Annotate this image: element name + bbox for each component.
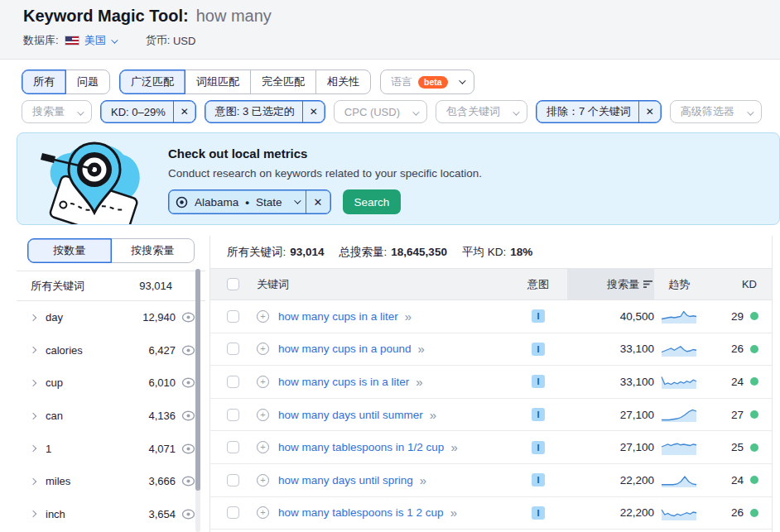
close-icon[interactable]: ✕ xyxy=(306,190,330,213)
row-checkbox[interactable] xyxy=(227,343,239,355)
group-keyword-count: 12,940 xyxy=(132,311,176,324)
kd-status-dot xyxy=(750,443,758,452)
keyword-link[interactable]: how many cups in a pound xyxy=(278,343,412,355)
search-volume-value: 33,100 xyxy=(620,376,654,388)
filter-cpc[interactable]: CPC (USD) xyxy=(334,100,427,123)
filter-include-keywords[interactable]: 包含关键词 xyxy=(436,100,527,123)
tab-related[interactable]: 相关性 xyxy=(315,69,371,94)
sort-by-volume-tab[interactable]: 按搜索量 xyxy=(111,238,195,263)
table-body: + how many cups in a liter » I 40,500 29… xyxy=(210,300,772,530)
filter-exclude-keywords[interactable]: 排除：7 个关键词 ✕ xyxy=(536,100,662,123)
sidebar-keyword-item[interactable]: cup 6,010 xyxy=(17,367,205,400)
group-keyword-label: miles xyxy=(46,475,132,487)
trend-sparkline xyxy=(661,472,697,488)
row-checkbox[interactable] xyxy=(227,310,239,323)
double-chevron-icon[interactable]: » xyxy=(450,440,457,454)
sort-descending-icon xyxy=(643,280,654,289)
database-selector[interactable]: 美国 xyxy=(84,33,116,48)
tab-broad-match[interactable]: 广泛匹配 xyxy=(119,69,185,94)
trend-sparkline xyxy=(661,308,697,324)
close-icon[interactable]: ✕ xyxy=(173,101,195,122)
page-header: Keyword Magic Tool: how many 数据库: 美国 货币:… xyxy=(0,0,780,60)
sidebar-keyword-item[interactable]: inch 3,654 xyxy=(17,498,205,531)
sidebar-keyword-item[interactable]: can 4,136 xyxy=(17,400,205,433)
intent-badge: I xyxy=(532,441,545,454)
sidebar-keyword-item[interactable]: day 12,940 xyxy=(17,301,205,334)
search-button[interactable]: Search xyxy=(343,189,402,214)
tab-questions[interactable]: 问题 xyxy=(65,69,110,94)
row-checkbox[interactable] xyxy=(227,474,239,486)
add-to-list-icon[interactable]: + xyxy=(257,310,269,323)
keyword-link[interactable]: how many tablespoons in 1/2 cup xyxy=(278,441,444,453)
column-header-trend[interactable]: 趋势 xyxy=(654,269,704,300)
sidebar-keyword-item[interactable]: 1 4,071 xyxy=(17,432,205,465)
intent-badge: I xyxy=(532,375,545,388)
trend-sparkline xyxy=(661,439,697,456)
double-chevron-icon[interactable]: » xyxy=(418,342,425,356)
search-volume-value: 27,100 xyxy=(620,441,654,453)
double-chevron-icon[interactable]: » xyxy=(405,309,412,324)
column-header-intent[interactable]: 意图 xyxy=(509,269,567,300)
column-header-keyword[interactable]: 关键词 xyxy=(257,269,509,300)
tab-all[interactable]: 所有 xyxy=(22,69,66,94)
summary-all-keywords: 所有关键词:93,014 xyxy=(227,245,325,260)
row-checkbox[interactable] xyxy=(227,376,239,388)
sidebar-sort-toggle: 按数量 按搜索量 xyxy=(27,238,195,263)
add-to-list-icon[interactable]: + xyxy=(257,441,269,453)
keyword-table-row: + how many cups is in a liter » I 33,100… xyxy=(210,366,772,399)
keyword-link[interactable]: how many tablespoons is 1 2 cup xyxy=(278,506,444,519)
add-to-list-icon[interactable]: + xyxy=(257,343,269,355)
sort-by-number-tab[interactable]: 按数量 xyxy=(27,238,112,263)
sidebar-keyword-item[interactable]: calories 6,427 xyxy=(17,334,205,367)
filter-volume[interactable]: 搜索量 xyxy=(22,100,92,123)
group-keyword-label: cup xyxy=(46,376,132,389)
keyword-link[interactable]: how many cups in a liter xyxy=(278,310,398,323)
keyword-table-row: + how many tablespoons in 1/2 cup » I 27… xyxy=(210,431,772,464)
add-to-list-icon[interactable]: + xyxy=(257,376,269,388)
keyword-link[interactable]: how many days until summer xyxy=(278,409,423,421)
filter-kd[interactable]: KD: 0–29% ✕ xyxy=(100,100,196,123)
filter-intent[interactable]: 意图: 3 已选定的 ✕ xyxy=(205,100,325,123)
sidebar-scrollbar[interactable] xyxy=(195,269,200,532)
language-dropdown[interactable]: 语言 beta xyxy=(380,69,474,94)
add-to-list-icon[interactable]: + xyxy=(257,409,269,421)
location-separator: • xyxy=(245,196,249,208)
currency-label: 货币: xyxy=(146,33,171,48)
double-chevron-icon[interactable]: » xyxy=(416,375,422,389)
double-chevron-icon[interactable]: » xyxy=(450,506,457,520)
row-checkbox[interactable] xyxy=(227,409,239,421)
chevron-right-icon xyxy=(30,314,36,321)
intent-badge: I xyxy=(532,473,545,486)
select-all-checkbox[interactable] xyxy=(227,278,239,290)
location-selector[interactable]: Alabama • State ✕ xyxy=(168,189,331,214)
group-keyword-count: 6,427 xyxy=(132,344,176,357)
column-header-volume-sorted[interactable]: 搜索量 xyxy=(567,269,654,300)
table-header-row: 关键词 意图 搜索量 趋势 KD xyxy=(210,269,772,300)
add-to-list-icon[interactable]: + xyxy=(257,506,269,519)
sidebar-keyword-item[interactable]: miles 3,666 xyxy=(17,465,205,498)
chevron-down-icon xyxy=(412,108,419,115)
keyword-link[interactable]: how many days until spring xyxy=(278,474,413,486)
search-query: how many xyxy=(196,7,272,26)
beta-badge: beta xyxy=(418,76,448,89)
row-checkbox[interactable] xyxy=(227,441,239,453)
language-label: 语言 xyxy=(391,74,412,89)
double-chevron-icon[interactable]: » xyxy=(430,408,436,422)
add-to-list-icon[interactable]: + xyxy=(257,474,269,486)
filter-advanced[interactable]: 高级筛选器 xyxy=(670,100,762,123)
all-keywords-row[interactable]: 所有关键词 93,014 xyxy=(17,271,205,301)
column-header-kd[interactable]: KD xyxy=(704,269,758,300)
row-checkbox[interactable] xyxy=(227,506,239,519)
keyword-link[interactable]: how many cups is in a liter xyxy=(278,376,409,388)
close-icon[interactable]: ✕ xyxy=(302,101,325,122)
search-volume-value: 27,100 xyxy=(620,409,654,421)
trend-sparkline xyxy=(661,373,697,390)
trend-sparkline xyxy=(661,341,697,357)
tab-exact-match[interactable]: 完全匹配 xyxy=(250,69,316,94)
local-metrics-banner: Check out local metrics Conduct research… xyxy=(17,132,780,225)
close-icon[interactable]: ✕ xyxy=(638,101,661,122)
tab-phrase-match[interactable]: 词组匹配 xyxy=(185,69,251,94)
match-type-tabs: 所有 问题 广泛匹配 词组匹配 完全匹配 相关性 语言 beta xyxy=(22,69,474,94)
scrollbar-thumb[interactable] xyxy=(195,269,200,491)
double-chevron-icon[interactable]: » xyxy=(420,473,426,487)
